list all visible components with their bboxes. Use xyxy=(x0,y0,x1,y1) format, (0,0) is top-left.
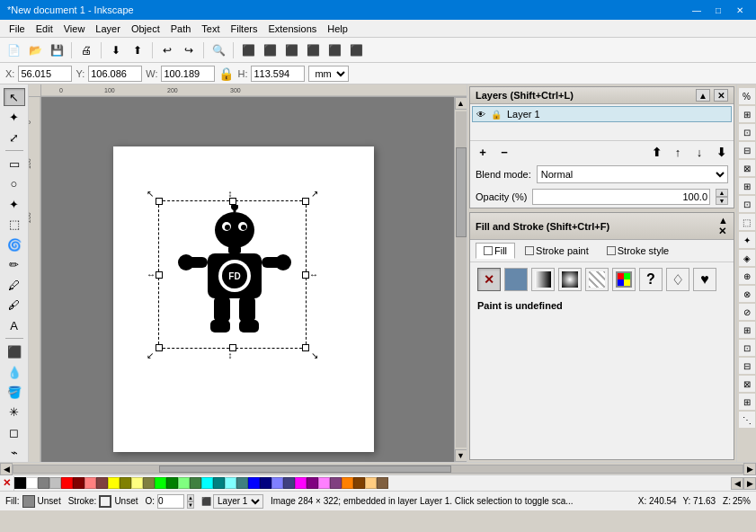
fill-stroke-collapse-button[interactable]: ▲ xyxy=(718,215,728,226)
w-input[interactable]: 100.189 xyxy=(161,66,215,82)
snap-btn-17[interactable]: ⊠ xyxy=(739,376,755,392)
gradient-tool[interactable]: ⬛ xyxy=(4,342,25,360)
palette-color-808080[interactable] xyxy=(38,477,49,489)
snap-btn-8[interactable]: ⬚ xyxy=(739,214,755,230)
snap-btn-15[interactable]: ⊡ xyxy=(739,340,755,356)
save-button[interactable]: 💾 xyxy=(47,40,67,60)
menu-extensions[interactable]: Extensions xyxy=(262,22,322,36)
blend-mode-select[interactable]: Normal Multiply Screen Overlay xyxy=(537,165,728,183)
hscrollbar[interactable]: ◀ ▶ xyxy=(0,462,756,474)
open-button[interactable]: 📂 xyxy=(25,40,45,60)
paint-linear-gradient-button[interactable] xyxy=(531,268,555,291)
connector-tool[interactable]: ⌁ xyxy=(4,444,25,462)
snap-btn-2[interactable]: ⊞ xyxy=(739,106,755,122)
palette-color-ff80ff[interactable] xyxy=(318,477,330,489)
pencil-tool[interactable]: ✏ xyxy=(4,256,25,274)
palette-color-ff8080[interactable] xyxy=(84,477,96,489)
canvas-area[interactable]: 0 100 200 300 0 100 200 xyxy=(29,84,467,462)
palette-color-808000[interactable] xyxy=(120,477,131,489)
undo-button[interactable]: ↩ xyxy=(157,40,177,60)
menu-view[interactable]: View xyxy=(58,22,91,36)
layer-to-bottom-button[interactable]: ⬇ xyxy=(712,144,730,160)
palette-color-008080[interactable] xyxy=(213,477,225,489)
paint-unset-button[interactable]: ♢ xyxy=(666,268,689,291)
paint-radial-gradient-button[interactable] xyxy=(558,268,582,291)
snap-btn-14[interactable]: ⊞ xyxy=(739,322,755,338)
circle-tool[interactable]: ○ xyxy=(4,175,25,193)
unit-select[interactable]: mm px in pt xyxy=(308,66,349,82)
import-button[interactable]: ⬇ xyxy=(106,40,126,60)
opacity-status-input[interactable] xyxy=(157,494,184,509)
add-layer-button[interactable]: + xyxy=(474,144,492,160)
layers-collapse-button[interactable]: ▲ xyxy=(696,89,710,102)
palette-color-000000[interactable] xyxy=(14,477,26,489)
star-tool[interactable]: ✦ xyxy=(4,195,25,213)
x-input[interactable]: 56.015 xyxy=(18,66,72,82)
snap-btn-13[interactable]: ⊘ xyxy=(739,304,755,320)
tab-stroke-paint[interactable]: Stroke paint xyxy=(517,243,597,259)
hscroll-left-button[interactable]: ◀ xyxy=(0,463,13,475)
paint-pattern-button[interactable] xyxy=(585,268,609,291)
palette-color-80ffff[interactable] xyxy=(225,477,236,489)
snap-btn-18[interactable]: ⊞ xyxy=(739,394,755,410)
no-color-button[interactable]: ✕ xyxy=(0,476,14,491)
paint-unknown-button[interactable]: ? xyxy=(639,268,663,291)
export-button[interactable]: ⬆ xyxy=(128,40,147,60)
layer-down-button[interactable]: ↓ xyxy=(690,144,708,160)
palette-color-c0c0c0[interactable] xyxy=(49,477,61,489)
palette-color-008000[interactable] xyxy=(166,477,178,489)
new-button[interactable]: 📄 xyxy=(4,40,23,60)
palette-color-808040[interactable] xyxy=(143,477,155,489)
menu-path[interactable]: Path xyxy=(165,22,197,36)
tab-stroke-style[interactable]: Stroke style xyxy=(599,243,677,259)
align-bottom-button[interactable]: ⬛ xyxy=(346,40,366,60)
snap-btn-7[interactable]: ⊡ xyxy=(739,196,755,212)
hscroll-thumb[interactable] xyxy=(159,466,450,473)
snap-btn-6[interactable]: ⊞ xyxy=(739,178,755,194)
paint-swatch-button[interactable] xyxy=(612,268,636,291)
paint-flat-button[interactable] xyxy=(504,268,528,291)
palette-color-806040[interactable] xyxy=(377,477,388,489)
layer-visibility-icon[interactable]: 👁 xyxy=(476,110,485,120)
canvas-background[interactable]: FD ↕ ↕ xyxy=(41,97,467,462)
palette-color-80ff80[interactable] xyxy=(178,477,190,489)
fill-swatch[interactable] xyxy=(22,495,35,508)
menu-text[interactable]: Text xyxy=(196,22,225,36)
snap-btn-11[interactable]: ⊕ xyxy=(739,268,755,284)
snap-btn-1[interactable]: % xyxy=(739,88,755,104)
zoom-tool[interactable]: ⤢ xyxy=(4,129,25,146)
pen-tool[interactable]: 🖊 xyxy=(4,276,25,294)
palette-color-ff0000[interactable] xyxy=(61,477,73,489)
palette-color-ff00ff[interactable] xyxy=(295,477,307,489)
dropper-tool[interactable]: 💧 xyxy=(4,363,25,381)
palette-color-ffffff[interactable] xyxy=(26,477,38,489)
align-middle-button[interactable]: ⬛ xyxy=(325,40,344,60)
paint-tool[interactable]: 🪣 xyxy=(4,383,25,401)
palette-color-ffcc80[interactable] xyxy=(365,477,377,489)
h-input[interactable]: 113.594 xyxy=(251,66,305,82)
print-button[interactable]: 🖨 xyxy=(76,40,96,60)
snap-btn-9[interactable]: ✦ xyxy=(739,232,755,248)
3d-box-tool[interactable]: ⬚ xyxy=(4,216,25,234)
snap-btn-4[interactable]: ⊟ xyxy=(739,142,755,158)
opacity-status-down[interactable]: ▼ xyxy=(187,501,194,509)
menu-help[interactable]: Help xyxy=(322,22,353,36)
palette-color-804040[interactable] xyxy=(96,477,108,489)
menu-object[interactable]: Object xyxy=(126,22,165,36)
spiral-tool[interactable]: 🌀 xyxy=(4,235,25,253)
palette-color-800080[interactable] xyxy=(307,477,318,489)
menu-layer[interactable]: Layer xyxy=(90,22,126,36)
palette-left-button[interactable]: ◀ xyxy=(731,477,743,490)
vscrollbar[interactable]: ▲ ▼ xyxy=(454,97,467,462)
layer-to-top-button[interactable]: ⬆ xyxy=(647,144,665,160)
snap-btn-16[interactable]: ⊟ xyxy=(739,358,755,374)
snap-btn-5[interactable]: ⊠ xyxy=(739,160,755,176)
align-left-button[interactable]: ⬛ xyxy=(238,40,258,60)
snap-btn-12[interactable]: ⊗ xyxy=(739,286,755,302)
scroll-up-button[interactable]: ▲ xyxy=(455,97,467,110)
palette-color-ffff80[interactable] xyxy=(131,477,143,489)
remove-layer-button[interactable]: − xyxy=(495,144,513,160)
menu-file[interactable]: File xyxy=(4,22,31,36)
palette-color-408040[interactable] xyxy=(190,477,201,489)
palette-color-0000ff[interactable] xyxy=(248,477,260,489)
